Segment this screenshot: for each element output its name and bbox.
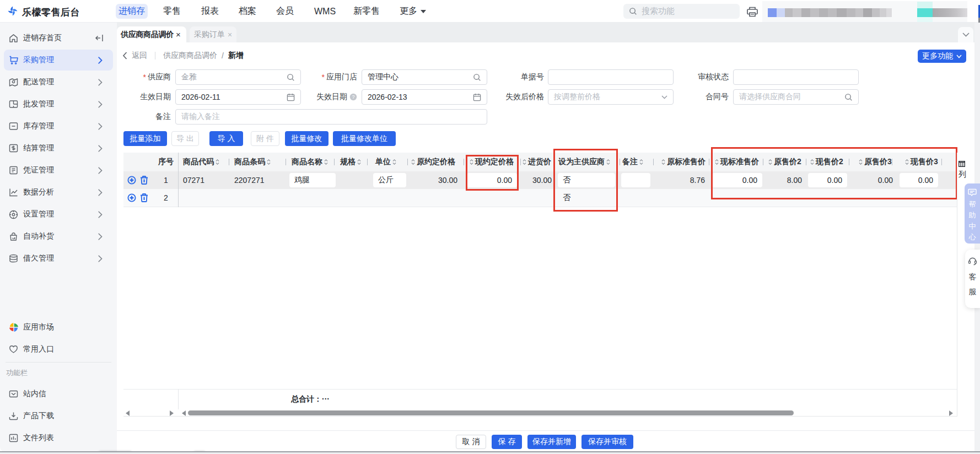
svg-text:?: ? [352,94,354,100]
